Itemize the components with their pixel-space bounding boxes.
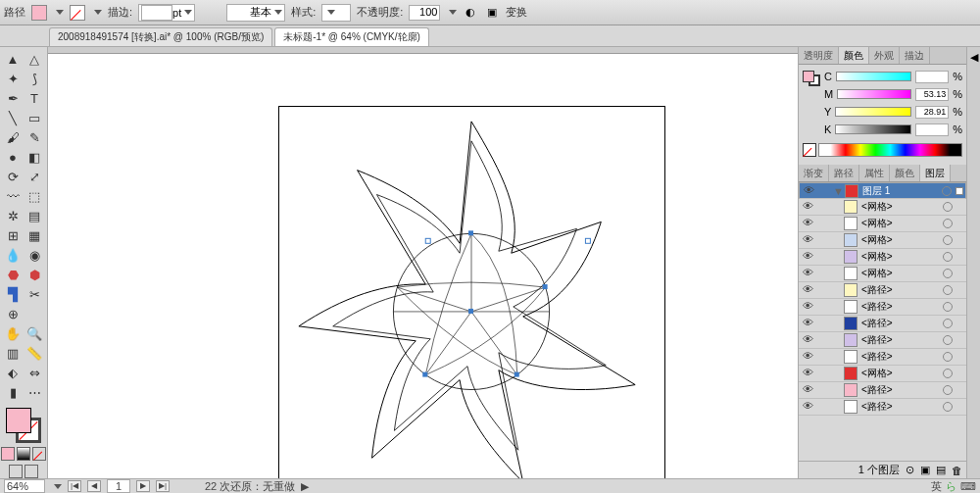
tab-attributes[interactable]: 属性 (859, 165, 890, 181)
layer-row[interactable]: 👁<路径> (799, 382, 966, 399)
doc-tab-1[interactable]: 2008918491574 [转换].ai* @ 100% (RGB/预览) (49, 27, 272, 46)
measure-tool[interactable]: 📏 (24, 343, 45, 363)
target-icon[interactable] (943, 369, 953, 378)
pencil-tool[interactable]: ✎ (24, 127, 45, 147)
panel-fill-stroke[interactable] (803, 71, 820, 86)
layer-row[interactable]: 👁<网格> (799, 232, 966, 249)
layer-list[interactable]: 👁 ▼ 图层 1 👁<网格>👁<网格>👁<网格>👁<网格>👁<网格>👁<路径>👁… (799, 182, 966, 461)
target-icon[interactable] (942, 186, 952, 196)
direct-select-tool[interactable]: △ (24, 49, 45, 69)
layer-row[interactable]: 👁<路径> (799, 299, 966, 316)
layer-top[interactable]: 👁 ▼ 图层 1 (799, 182, 966, 199)
full-screen-btn[interactable] (24, 465, 38, 478)
tab-transparency[interactable]: 透明度 (799, 47, 839, 64)
layer-row[interactable]: 👁<网格> (799, 366, 966, 382)
live-paint-tool[interactable]: ⬣ (2, 265, 24, 284)
panel-collapse-strip[interactable]: ◀ (966, 47, 980, 478)
line-tool[interactable]: ╲ (2, 108, 24, 127)
tab-swatches[interactable]: 颜色 (890, 165, 920, 181)
target-icon[interactable] (943, 385, 953, 395)
normal-screen-btn[interactable] (9, 465, 23, 478)
type-tool[interactable]: T (24, 88, 45, 108)
column-graph-tool[interactable]: ▮ (2, 382, 24, 402)
expand-icon[interactable]: ▼ (833, 185, 843, 197)
graph-tool[interactable]: ▤ (24, 206, 45, 225)
target-icon[interactable] (943, 202, 953, 212)
magic-wand-tool[interactable]: ✦ (2, 69, 24, 88)
ime-icon[interactable]: ら (946, 479, 956, 494)
m-slider[interactable] (837, 89, 911, 99)
brush-select[interactable]: 基本 (226, 4, 285, 22)
k-slider[interactable] (835, 124, 911, 134)
c-value[interactable] (915, 71, 949, 83)
m-value[interactable]: 53.13 (915, 88, 949, 101)
visibility-icon[interactable]: 👁 (801, 250, 814, 264)
visibility-icon[interactable]: 👁 (801, 367, 814, 380)
artboard-tool[interactable]: ▜ (2, 284, 24, 304)
tab-gradient[interactable]: 渐变 (799, 165, 829, 181)
visibility-icon[interactable]: 👁 (801, 317, 814, 330)
prev-page-btn[interactable]: ◀ (87, 480, 101, 492)
fill-color-box[interactable] (6, 408, 31, 433)
target-icon[interactable] (943, 219, 953, 228)
fill-dropdown-icon[interactable] (56, 10, 64, 15)
pen-tool[interactable]: ✒ (2, 88, 24, 108)
selection-tool[interactable]: ▲ (2, 49, 24, 69)
spectrum[interactable] (818, 143, 962, 157)
visibility-icon[interactable]: 👁 (801, 217, 814, 230)
layer-row[interactable]: 👁<路径> (799, 332, 966, 349)
visibility-icon[interactable]: 👁 (801, 400, 814, 414)
c-slider[interactable] (836, 72, 911, 81)
y-value[interactable]: 28.91 (915, 106, 949, 119)
layer-row[interactable]: 👁<网格> (799, 216, 966, 232)
symbol-sprayer-tool[interactable]: ✲ (2, 206, 24, 225)
visibility-icon[interactable]: 👁 (801, 233, 814, 247)
ime-keyboard-icon[interactable]: ⌨ (960, 480, 976, 493)
stroke-swatch[interactable] (70, 5, 85, 21)
visibility-icon[interactable]: 👁 (801, 200, 814, 214)
layer-row[interactable]: 👁<路径> (799, 316, 966, 332)
layer-row[interactable]: 👁<路径> (799, 399, 966, 416)
print-tiling-tool[interactable]: ▥ (2, 343, 24, 363)
none-swatch[interactable] (803, 143, 816, 157)
eraser-tool[interactable]: ◧ (24, 147, 45, 167)
new-layer-icon[interactable]: ▤ (936, 464, 946, 476)
canvas[interactable] (48, 47, 798, 478)
ime-indicator[interactable]: 英 (931, 479, 942, 494)
tab-appearance[interactable]: 外观 (869, 47, 900, 64)
blend-tool[interactable]: ◉ (24, 245, 45, 265)
next-page-btn[interactable]: ▶ (136, 480, 150, 492)
target-icon[interactable] (943, 335, 953, 345)
rectangle-tool[interactable]: ▭ (24, 108, 45, 127)
paintbrush-tool[interactable]: 🖌 (2, 127, 24, 147)
misc-tool[interactable]: ⋯ (24, 382, 45, 402)
rotate-tool[interactable]: ⟳ (2, 167, 24, 186)
layer-row[interactable]: 👁<网格> (799, 266, 966, 282)
status-menu-icon[interactable]: ▶ (301, 480, 309, 493)
free-transform-tool[interactable]: ⬚ (24, 186, 45, 206)
mesh-tool[interactable]: ⊞ (2, 225, 24, 245)
visibility-icon[interactable]: 👁 (801, 267, 814, 280)
k-value[interactable] (915, 123, 949, 136)
layer-row[interactable]: 👁<网格> (799, 249, 966, 266)
visibility-icon[interactable]: 👁 (801, 300, 814, 314)
blob-brush-tool[interactable]: ● (2, 147, 24, 167)
align-icon[interactable]: ▣ (484, 5, 500, 21)
tab-layers[interactable]: 图层 (920, 165, 951, 181)
gradient-tool[interactable]: ▦ (24, 225, 45, 245)
slice-tool[interactable]: ✂ (24, 284, 45, 304)
visibility-icon[interactable]: 👁 (801, 283, 814, 297)
visibility-icon[interactable]: 👁 (801, 350, 814, 364)
recolor-icon[interactable]: ◐ (463, 5, 478, 21)
warp-tool[interactable]: 〰 (2, 186, 24, 206)
layer-row[interactable]: 👁<路径> (799, 349, 966, 366)
page-input[interactable]: 1 (107, 479, 130, 493)
target-icon[interactable] (943, 269, 953, 278)
target-icon[interactable] (943, 319, 953, 328)
y-slider[interactable] (835, 107, 911, 117)
zoom-tool[interactable]: 🔍 (24, 323, 45, 343)
doc-tab-2[interactable]: 未标题-1* @ 64% (CMYK/轮廓) (274, 27, 429, 46)
target-icon[interactable] (943, 402, 953, 412)
fill-swatch[interactable] (31, 5, 47, 21)
new-sublayer-icon[interactable]: ▣ (920, 464, 930, 476)
